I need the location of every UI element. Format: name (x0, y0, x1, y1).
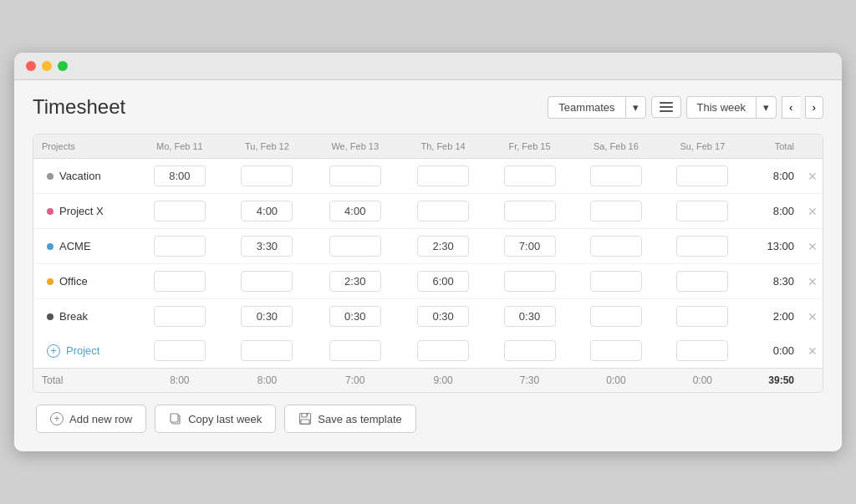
time-input-3-thu[interactable] (417, 271, 469, 292)
time-input-1-fri[interactable] (504, 201, 556, 221)
chevron-left-icon: ‹ (789, 101, 792, 114)
time-input-3-sun[interactable] (676, 271, 728, 292)
copy-last-week-button[interactable]: Copy last week (155, 405, 276, 433)
prev-week-button[interactable]: ‹ (782, 96, 799, 119)
time-input-1-sun[interactable] (676, 201, 728, 221)
save-template-button[interactable]: Save as template (284, 405, 415, 433)
time-input-3-sat[interactable] (590, 271, 642, 292)
add-row-button[interactable]: + Add new row (36, 405, 146, 433)
time-input-3-wed[interactable] (329, 271, 381, 292)
delete-row-4[interactable]: ✕ (802, 299, 823, 334)
project-name-1: Project X (59, 205, 104, 217)
maximize-button[interactable] (58, 61, 68, 71)
project-name-2: ACME (59, 240, 91, 252)
time-input-2-fri[interactable] (504, 236, 556, 257)
time-input-1-tue[interactable] (241, 201, 293, 221)
time-input-1-mon[interactable] (154, 201, 206, 221)
add-project-delete[interactable]: ✕ (802, 333, 823, 369)
delete-row-2[interactable]: ✕ (802, 229, 823, 264)
header-controls: Teammates ▾ This week (548, 96, 823, 119)
time-input-4-mon[interactable] (154, 306, 206, 327)
thisweek-button[interactable]: This week (686, 96, 757, 119)
time-input-4-wed[interactable] (329, 306, 381, 327)
add-project-sat[interactable] (590, 340, 642, 361)
time-input-2-sat[interactable] (590, 236, 642, 257)
delete-row-0[interactable]: ✕ (802, 159, 823, 194)
time-input-3-tue[interactable] (241, 271, 293, 292)
minimize-button[interactable] (42, 61, 52, 71)
col-sun: Su, Feb 17 (660, 135, 746, 159)
app-window: Timesheet Teammates ▾ (14, 53, 842, 451)
time-input-0-fri[interactable] (504, 165, 556, 186)
delete-row-3[interactable]: ✕ (802, 264, 823, 299)
time-input-0-sat[interactable] (590, 165, 642, 186)
project-dot-3 (47, 278, 54, 285)
total-thu: 9:00 (400, 369, 486, 393)
time-input-4-sat[interactable] (590, 306, 642, 327)
col-total: Total (746, 135, 802, 159)
total-wed: 7:00 (310, 369, 400, 393)
thisweek-group: This week ▾ (686, 96, 777, 119)
time-input-3-mon[interactable] (154, 271, 206, 292)
time-input-2-tue[interactable] (241, 236, 293, 257)
time-input-4-thu[interactable] (417, 306, 469, 327)
col-wed: We, Feb 13 (310, 135, 400, 159)
col-tue: Tu, Feb 12 (224, 135, 310, 159)
add-project-button[interactable]: + Project (38, 344, 130, 358)
time-input-0-sun[interactable] (676, 165, 728, 186)
copy-last-week-label: Copy last week (188, 413, 262, 425)
col-thu: Th, Feb 14 (400, 135, 486, 159)
teammates-button[interactable]: Teammates (548, 96, 624, 119)
add-project-sun[interactable] (676, 340, 728, 361)
grand-total: 39:50 (746, 369, 802, 393)
teammates-dropdown-arrow[interactable]: ▾ (625, 96, 646, 119)
row-total-4: 2:00 (746, 299, 802, 334)
svg-rect-0 (660, 102, 673, 104)
add-project-wed[interactable] (329, 340, 381, 361)
add-project-row: + Project 0:00 ✕ (33, 333, 823, 369)
row-total-1: 8:00 (746, 194, 802, 229)
project-cell-0: Vacation (38, 170, 130, 182)
save-template-label: Save as template (318, 413, 401, 425)
timesheet-table: Projects Mo, Feb 11 Tu, Feb 12 We, Feb 1… (33, 134, 823, 393)
time-input-1-sat[interactable] (590, 201, 642, 221)
time-input-2-sun[interactable] (676, 236, 728, 257)
time-input-3-fri[interactable] (504, 271, 556, 292)
titlebar (14, 53, 842, 80)
time-input-2-wed[interactable] (329, 236, 381, 257)
time-input-4-tue[interactable] (241, 306, 293, 327)
header: Timesheet Teammates ▾ (33, 95, 823, 119)
add-project-tue[interactable] (241, 340, 293, 361)
time-input-4-fri[interactable] (504, 306, 556, 327)
time-input-2-thu[interactable] (417, 236, 469, 257)
time-input-0-tue[interactable] (241, 165, 293, 186)
time-input-2-mon[interactable] (154, 236, 206, 257)
time-input-0-wed[interactable] (329, 165, 381, 186)
add-project-thu[interactable] (417, 340, 469, 361)
time-input-0-mon[interactable] (154, 165, 206, 186)
totals-row: Total 8:00 8:00 7:00 9:00 7:30 0:00 0:00… (33, 369, 823, 393)
total-fri: 7:30 (487, 369, 573, 393)
project-dot-2 (47, 243, 54, 250)
add-row-icon: + (50, 412, 64, 425)
list-view-button[interactable] (651, 96, 681, 118)
totals-label: Total (33, 369, 135, 393)
thisweek-dropdown-arrow[interactable]: ▾ (756, 96, 777, 119)
page-title: Timesheet (33, 95, 125, 119)
time-input-4-sun[interactable] (676, 306, 728, 327)
add-project-fri[interactable] (504, 340, 556, 361)
svg-rect-4 (171, 414, 178, 422)
project-cell-3: Office (38, 275, 130, 288)
total-tue: 8:00 (224, 369, 310, 393)
close-button[interactable] (26, 61, 36, 71)
time-input-0-thu[interactable] (417, 165, 469, 186)
project-dot-0 (47, 173, 54, 180)
next-week-button[interactable]: › (805, 96, 823, 119)
col-mon: Mo, Feb 11 (135, 135, 224, 159)
add-project-mon[interactable] (154, 340, 206, 361)
chevron-down-icon: ▾ (633, 101, 639, 114)
time-input-1-wed[interactable] (329, 201, 381, 221)
delete-row-1[interactable]: ✕ (802, 194, 823, 229)
chevron-right-icon: › (813, 101, 816, 114)
time-input-1-thu[interactable] (417, 201, 469, 221)
